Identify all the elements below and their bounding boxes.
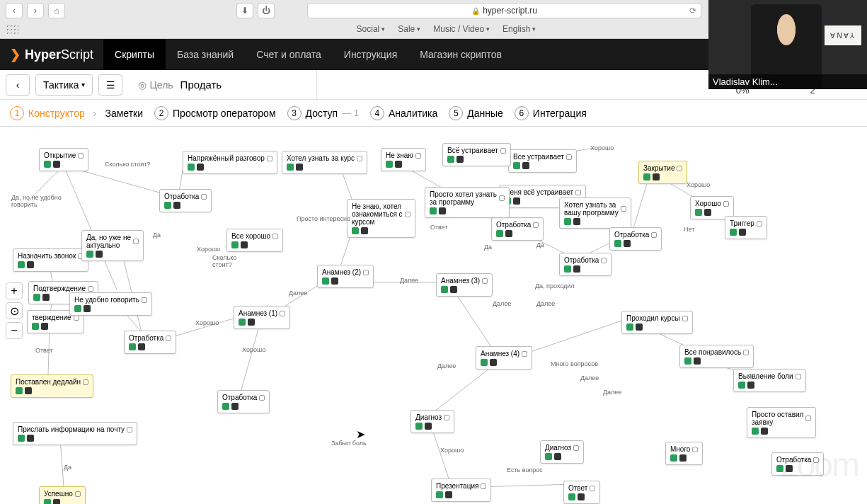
chevron-down-icon: ▾ xyxy=(486,25,490,33)
step-constructor[interactable]: 1Конструктор xyxy=(7,106,88,120)
flow-node[interactable]: Прислать информацию на почту xyxy=(13,422,137,445)
flow-node[interactable]: Не знаю xyxy=(381,148,426,171)
flow-node[interactable]: Диагноз xyxy=(540,440,584,464)
flow-node[interactable]: Хотел узнать завашу программу xyxy=(559,197,631,229)
bookmark-social[interactable]: Social▾ xyxy=(357,24,386,34)
svg-line-9 xyxy=(241,321,260,392)
chevron-down-icon: ▾ xyxy=(81,81,85,88)
flow-node[interactable]: Ответ xyxy=(563,481,600,504)
flow-node[interactable]: Отработка xyxy=(559,253,612,276)
video-overlay[interactable]: ⱯNⱯ⅄ Vladislav Klim... xyxy=(708,0,867,89)
flow-node[interactable]: Диагноз xyxy=(410,410,454,433)
flow-node[interactable]: Не знаю, хотелознакомиться скурсом xyxy=(347,199,415,238)
flow-node[interactable]: Закрытие xyxy=(638,161,687,184)
target-icon: ◎ xyxy=(138,79,147,91)
flow-node[interactable]: Проходил курсы xyxy=(621,311,693,334)
video-sign: ⱯNⱯ⅄ xyxy=(825,25,861,45)
flow-node[interactable]: Не удобно говорить xyxy=(69,292,152,316)
lock-icon: 🔒 xyxy=(471,7,480,15)
edge-label: Далее xyxy=(400,277,418,284)
svg-line-27 xyxy=(60,438,64,486)
flow-node[interactable]: Напряжённый разговор xyxy=(183,151,277,174)
logo-chevron-icon: ❯ xyxy=(10,47,21,62)
svg-line-13 xyxy=(432,364,495,413)
app-logo[interactable]: ❯ HyperScript xyxy=(0,47,103,62)
bookmark-sale[interactable]: Sale▾ xyxy=(398,24,420,34)
edge-label: Да xyxy=(484,244,492,251)
edge-label: Ответ xyxy=(35,347,53,354)
bookmark-english[interactable]: English▾ xyxy=(503,24,536,34)
edge-label: Хорошо xyxy=(242,346,265,353)
flow-node[interactable]: Анамнез (1) xyxy=(234,306,290,329)
svg-line-14 xyxy=(432,428,449,481)
flow-node[interactable]: Анамнез (2) xyxy=(317,265,374,288)
edge-label: Далее xyxy=(536,300,555,307)
flow-node[interactable]: Триггер xyxy=(725,216,767,239)
step-integration[interactable]: 6Интеграция xyxy=(512,106,590,120)
edge-label: Сколько стоит? xyxy=(105,161,151,168)
flow-node[interactable]: Анамнез (4) xyxy=(476,346,532,370)
flow-node[interactable]: Да, но уже неактуально xyxy=(81,230,144,261)
back-nav-button[interactable]: ‹ xyxy=(6,74,30,96)
flow-node[interactable]: Поставлен дедлайн xyxy=(11,374,93,398)
step-notes[interactable]: Заметки xyxy=(103,108,147,119)
flow-node[interactable]: Выявление боли xyxy=(733,369,806,392)
flow-node[interactable]: Анамнез (3) xyxy=(436,273,493,297)
flow-node[interactable]: Отработка xyxy=(124,331,176,354)
nav-scripts[interactable]: Скрипты xyxy=(103,39,166,70)
address-bar[interactable]: 🔒 hyper-script.ru ⟳ xyxy=(307,3,701,18)
flow-node[interactable]: Назначить звонок xyxy=(13,248,88,272)
nav-knowledge[interactable]: База знаний xyxy=(166,39,245,70)
step-access[interactable]: 3Доступ— 1 xyxy=(285,106,362,120)
bookmark-music[interactable]: Music / Video▾ xyxy=(433,24,490,34)
flow-node[interactable]: Все устраивает xyxy=(508,149,577,173)
url-text: hyper-script.ru xyxy=(483,6,537,16)
zoom-controls: + ⊙ − xyxy=(6,282,23,339)
flow-node[interactable]: Все хорошо xyxy=(226,229,283,252)
step-nav: 1Конструктор › Заметки 2Просмотр операто… xyxy=(0,100,867,127)
reload-icon[interactable]: ⟳ xyxy=(689,6,696,16)
step-data[interactable]: 5Данные xyxy=(446,106,506,120)
zoom-out-button[interactable]: − xyxy=(6,322,23,339)
flow-node[interactable]: Презентация xyxy=(431,479,491,502)
flow-node[interactable]: Все понравилось xyxy=(679,345,754,368)
step-operator-view[interactable]: 2Просмотр оператором xyxy=(151,106,278,120)
nav-billing[interactable]: Счет и оплата xyxy=(245,39,333,70)
edge-label: Да, проходил xyxy=(535,282,575,290)
flow-node[interactable]: Просто оставилзаявку xyxy=(747,407,816,438)
flow-node[interactable]: Хотел узнать за курс xyxy=(282,151,367,174)
flow-node[interactable]: Отработка xyxy=(609,227,662,251)
edge-label: Хорошо xyxy=(197,246,220,253)
forward-button[interactable]: › xyxy=(27,3,44,18)
tactic-dropdown[interactable]: Тактика ▾ xyxy=(35,74,93,96)
flow-node[interactable]: Открытие xyxy=(39,148,88,171)
edge-label: Далee xyxy=(603,389,621,396)
edge-label: Хорошо xyxy=(687,181,710,188)
power-icon[interactable]: ⏻ xyxy=(258,3,275,18)
edge-label: Далее xyxy=(493,300,511,307)
svg-line-12 xyxy=(453,290,495,353)
flow-node[interactable]: Много xyxy=(665,442,703,465)
flow-node[interactable]: Отработка xyxy=(159,189,212,212)
nav-instruction[interactable]: Инструкция xyxy=(333,39,408,70)
flow-node[interactable]: Просто хотел узнатьза программу xyxy=(425,187,510,218)
edge-label: Да xyxy=(64,464,71,471)
menu-button[interactable]: ☰ xyxy=(98,74,122,96)
flow-node[interactable]: Успешно xyxy=(39,486,86,504)
goal-input[interactable] xyxy=(180,79,308,91)
back-button[interactable]: ‹ xyxy=(6,3,23,18)
flow-node[interactable]: Отработка xyxy=(491,217,544,241)
zoom-in-button[interactable]: + xyxy=(6,282,23,299)
apps-icon[interactable] xyxy=(6,24,18,34)
flow-canvas[interactable]: + ⊙ − ➤ Открытие Назначить звонок твержд… xyxy=(0,127,867,504)
video-name-label: Vladislav Klim... xyxy=(708,74,867,89)
nav-market[interactable]: Магазин скриптов xyxy=(408,39,513,70)
flow-node[interactable]: Отработка xyxy=(217,390,270,413)
flow-node[interactable]: Всё устраивает xyxy=(442,143,511,166)
edge-label: Ответ xyxy=(430,224,448,231)
goal-section: ◎Цель xyxy=(130,70,316,99)
center-button[interactable]: ⊙ xyxy=(6,302,23,319)
home-button[interactable]: ⌂ xyxy=(48,3,65,18)
download-icon[interactable]: ⬇ xyxy=(236,3,253,18)
step-analytics[interactable]: 4Аналитика xyxy=(367,106,440,120)
